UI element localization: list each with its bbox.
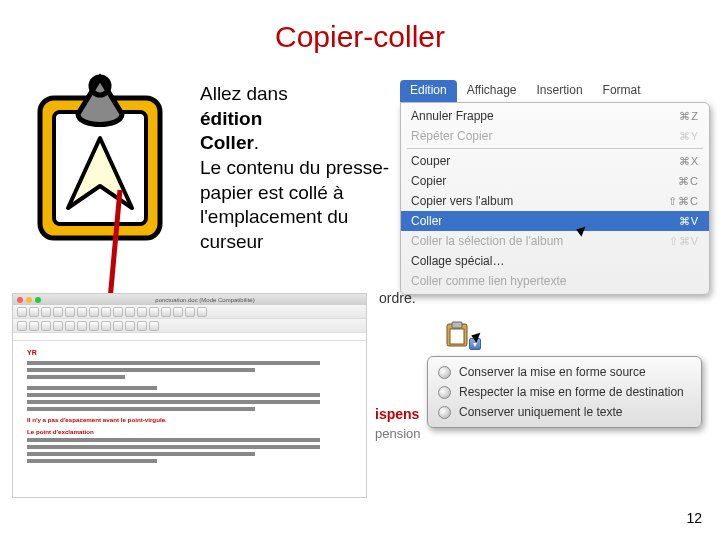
- toolbar-icon: [77, 307, 87, 317]
- instruction-text: Allez dans édition Coller. Le contenu du…: [200, 82, 400, 255]
- svg-rect-7: [452, 322, 462, 328]
- toolbar-icon: [41, 307, 51, 317]
- text-line: [27, 368, 255, 372]
- toolbar-icon: [197, 307, 207, 317]
- text-line: [27, 375, 125, 379]
- menu-shortcut: ⇧⌘C: [668, 195, 699, 208]
- toolbar-icon: [137, 321, 147, 331]
- toolbar-icon: [17, 321, 27, 331]
- toolbar-icon: [101, 321, 111, 331]
- doc-ruler: [13, 333, 366, 341]
- menubar-affichage[interactable]: Affichage: [457, 80, 527, 102]
- menu-item-cut[interactable]: Couper ⌘X: [401, 151, 709, 171]
- menu-shortcut: ⌘V: [679, 215, 699, 228]
- text-line: [27, 393, 320, 397]
- toolbar-icon: [113, 307, 123, 317]
- toolbar-icon: [89, 321, 99, 331]
- doc-red-text-1: Il n'y a pas d'espacement avant le point…: [27, 416, 352, 423]
- text-fragment-grey: pension: [375, 426, 421, 441]
- edition-dropdown: Annuler Frappe ⌘Z Répéter Copier ⌘Y Coup…: [400, 102, 710, 295]
- menubar-insertion[interactable]: Insertion: [527, 80, 593, 102]
- option-label: Conserver la mise en forme source: [459, 365, 646, 379]
- menu-item-paste-special[interactable]: Collage spécial…: [401, 251, 709, 271]
- line4: Le contenu du presse-papier est collé à …: [200, 157, 389, 252]
- menubar: Edition Affichage Insertion Format: [400, 80, 710, 102]
- text-line: [27, 445, 320, 449]
- menu-separator: [407, 148, 703, 149]
- toolbar-icon: [101, 307, 111, 317]
- text-line: [27, 459, 157, 463]
- text-line: [27, 452, 255, 456]
- toolbar-icon: [161, 307, 171, 317]
- toolbar-icon: [29, 321, 39, 331]
- text-fragment-ordre: ordre.: [375, 290, 715, 306]
- menu-label: Copier vers l'album: [411, 194, 513, 208]
- toolbar-icon: [125, 321, 135, 331]
- line3-dot: .: [254, 132, 259, 153]
- toolbar-icon: [53, 321, 63, 331]
- paste-option-keep-source[interactable]: Conserver la mise en forme source: [428, 362, 701, 382]
- menu-shortcut: ⌘C: [678, 175, 699, 188]
- edition-menu-screenshot: Edition Affichage Insertion Format Annul…: [400, 80, 710, 295]
- line3-bold: Coller: [200, 132, 254, 153]
- paste-smarttag-icon[interactable]: [443, 320, 471, 348]
- paste-options-screenshot: ordre. ▾ Conserver la mise en forme sour…: [375, 290, 715, 480]
- text-line: [27, 438, 320, 442]
- text-line: [27, 407, 255, 411]
- menu-item-paste-link: Coller comme lien hypertexte: [401, 271, 709, 291]
- menu-item-paste-album: Coller la sélection de l'album ⇧⌘V: [401, 231, 709, 251]
- text-line: [27, 361, 320, 365]
- menubar-format[interactable]: Format: [593, 80, 651, 102]
- doc-title-text: ponctuation.doc (Mode Compatibilité): [155, 297, 254, 303]
- doc-red-text-2: Le point d'exclamation: [27, 428, 352, 435]
- traffic-light-min-icon: [26, 297, 32, 303]
- toolbar-icon: [77, 321, 87, 331]
- menu-label: Répéter Copier: [411, 129, 492, 143]
- menu-item-paste[interactable]: Coller ⌘V: [401, 211, 709, 231]
- doc-titlebar: ponctuation.doc (Mode Compatibilité): [13, 294, 366, 305]
- menu-item-copy[interactable]: Copier ⌘C: [401, 171, 709, 191]
- traffic-light-close-icon: [17, 297, 23, 303]
- toolbar-icon: [185, 307, 195, 317]
- paste-option-match-dest[interactable]: Respecter la mise en forme de destinatio…: [428, 382, 701, 402]
- word-document-screenshot: ponctuation.doc (Mode Compatibilité) YR …: [12, 293, 367, 498]
- menu-shortcut: ⇧⌘V: [669, 235, 699, 248]
- menu-label: Collage spécial…: [411, 254, 504, 268]
- menu-item-copy-album[interactable]: Copier vers l'album ⇧⌘C: [401, 191, 709, 211]
- toolbar-icon: [173, 307, 183, 317]
- menu-item-undo[interactable]: Annuler Frappe ⌘Z: [401, 106, 709, 126]
- option-label: Respecter la mise en forme de destinatio…: [459, 385, 684, 399]
- doc-toolbar-2: [13, 319, 366, 333]
- paste-option-text-only[interactable]: Conserver uniquement le texte: [428, 402, 701, 422]
- toolbar-icon: [149, 321, 159, 331]
- menu-item-redo: Répéter Copier ⌘Y: [401, 126, 709, 146]
- toolbar-icon: [89, 307, 99, 317]
- text-line: [27, 400, 320, 404]
- menu-label: Couper: [411, 154, 450, 168]
- menu-shortcut: ⌘Y: [679, 130, 699, 143]
- menu-shortcut: ⌘Z: [679, 110, 699, 123]
- doc-body: YR Il n'y a pas d'espacement avant le po…: [13, 341, 366, 498]
- radio-icon: [438, 386, 451, 399]
- radio-icon: [438, 406, 451, 419]
- toolbar-icon: [125, 307, 135, 317]
- radio-icon: [438, 366, 451, 379]
- page-number: 12: [686, 510, 702, 526]
- toolbar-icon: [53, 307, 63, 317]
- doc-toolbar: [13, 305, 366, 319]
- menu-label: Coller: [411, 214, 442, 228]
- toolbar-icon: [137, 307, 147, 317]
- menu-label: Coller comme lien hypertexte: [411, 274, 566, 288]
- menubar-edition[interactable]: Edition: [400, 80, 457, 102]
- toolbar-icon: [65, 321, 75, 331]
- menu-shortcut: ⌘X: [679, 155, 699, 168]
- traffic-light-zoom-icon: [35, 297, 41, 303]
- toolbar-icon: [17, 307, 27, 317]
- doc-brand: YR: [27, 349, 352, 356]
- line2-bold: édition: [200, 108, 262, 129]
- toolbar-icon: [113, 321, 123, 331]
- svg-rect-6: [450, 329, 464, 344]
- menu-label: Annuler Frappe: [411, 109, 494, 123]
- text-line: [27, 386, 157, 390]
- toolbar-icon: [65, 307, 75, 317]
